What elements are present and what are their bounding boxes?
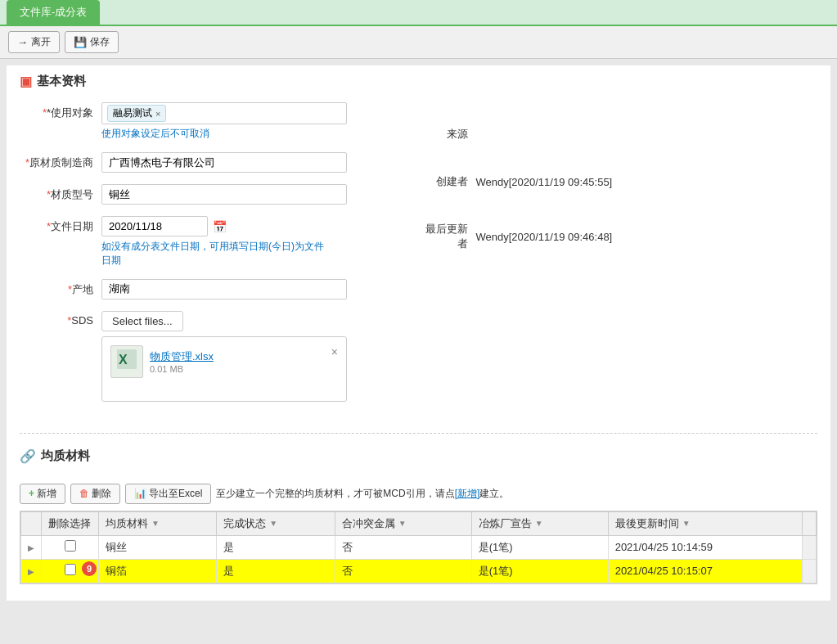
table-row: ▶ 9 铜箔 是 否 是(1笔) 2021/04/25 10:15:07 xyxy=(21,559,817,583)
select-files-button[interactable]: Select files... xyxy=(101,311,183,331)
td-conflict-1: 否 xyxy=(335,535,471,559)
td-checkbox-1 xyxy=(42,535,99,559)
file-info: 物质管理.xlsx 0.01 MB xyxy=(150,349,338,374)
manufacturer-row: *原材质制造商 xyxy=(20,152,419,173)
svg-text:X: X xyxy=(119,353,128,367)
delete-button[interactable]: 🗑 删除 xyxy=(70,484,120,504)
td-status-1: 是 xyxy=(217,535,335,559)
material-type-input[interactable] xyxy=(101,184,347,205)
td-time-1: 2021/04/25 10:14:59 xyxy=(608,535,802,559)
origin-input[interactable] xyxy=(101,279,347,299)
sds-upload-area: Select files... X xyxy=(101,311,347,402)
form-left: **使用对象 融易测试 × 使用对象设定后不可取消 xyxy=(20,102,419,413)
td-scroll-1 xyxy=(803,535,817,559)
tab-file-composition[interactable]: 文件库-成分表 xyxy=(7,0,100,25)
save-button[interactable]: 💾 保存 xyxy=(65,31,119,53)
usage-target-label: **使用对象 xyxy=(20,102,101,120)
th-material[interactable]: 均质材料 ▼ xyxy=(99,511,217,535)
file-name[interactable]: 物质管理.xlsx xyxy=(150,349,338,364)
save-icon: 💾 xyxy=(74,36,87,48)
source-row: 来源 xyxy=(419,127,818,142)
usage-target-tag: 融易测试 × xyxy=(107,105,166,122)
sort-material-icon[interactable]: ▼ xyxy=(151,519,160,528)
homogeneous-table: 删除选择 均质材料 ▼ 完成状态 ▼ xyxy=(20,511,817,583)
file-size: 0.01 MB xyxy=(150,364,338,374)
form-right: 来源 创建者 Wendy[2020/11/19 09:45:55] 最后更新者 … xyxy=(419,102,818,251)
sds-row: *SDS Select files... xyxy=(20,311,419,402)
table-row: ▶ 铜丝 是 否 是(1笔) 2021/04/25 10:14:59 xyxy=(21,535,817,559)
td-scroll-2 xyxy=(803,559,817,583)
table-wrap: 删除选择 均质材料 ▼ 完成状态 ▼ xyxy=(20,511,817,584)
file-date-hint: 如没有成分表文件日期，可用填写日期(今日)为文件日期 xyxy=(101,240,331,268)
table-toolbar: + 新增 🗑 删除 📊 导出至Excel 至少建立一个完整的均质材料，才可被MC… xyxy=(20,477,817,511)
td-time-2: 2021/04/25 10:15:07 xyxy=(608,559,802,583)
file-close-icon[interactable]: × xyxy=(331,345,338,358)
sort-status-icon[interactable]: ▼ xyxy=(269,519,277,528)
main-content: ▣ 基本资料 **使用对象 融易测试 × xyxy=(7,65,830,601)
td-conflict-2: 否 xyxy=(335,559,471,583)
sds-label: *SDS xyxy=(20,311,101,327)
usage-target-hint: 使用对象设定后不可取消 xyxy=(101,127,347,141)
export-label: 导出至Excel xyxy=(149,487,202,501)
homogeneous-section: 🔗 均质材料 + 新增 🗑 删除 📊 导出至Excel 至少建立一个完整的均质材… xyxy=(7,440,830,584)
td-smelter-2: 是(1笔) xyxy=(471,559,608,583)
basic-info-title: ▣ 基本资料 xyxy=(20,74,817,92)
creator-label: 创建者 xyxy=(419,174,468,189)
exit-button[interactable]: → 离开 xyxy=(8,31,60,53)
updater-row: 最后更新者 Wendy[2020/11/19 09:46:48] xyxy=(419,222,818,251)
td-status-2: 是 xyxy=(217,559,335,583)
file-icon-wrap: X xyxy=(110,345,143,378)
td-smelter-1: 是(1笔) xyxy=(471,535,608,559)
manufacturer-input[interactable] xyxy=(101,152,347,173)
td-material-1: 铜丝 xyxy=(99,535,217,559)
file-item: X 物质管理.xlsx 0.01 MB × xyxy=(110,345,338,378)
th-smelter[interactable]: 冶炼厂宣告 ▼ xyxy=(471,511,608,535)
section-footer xyxy=(7,584,830,601)
updater-value: Wendy[2020/11/19 09:46:48] xyxy=(476,231,613,243)
th-scrollbar xyxy=(803,511,817,535)
sort-smelter-icon[interactable]: ▼ xyxy=(535,519,543,528)
tag-close-icon[interactable]: × xyxy=(155,109,160,119)
section-divider xyxy=(20,433,817,434)
trash-icon: 🗑 xyxy=(79,488,89,499)
excel-icon: 📊 xyxy=(134,488,146,499)
td-material-2: 铜箔 xyxy=(99,559,217,583)
td-expand-2[interactable]: ▶ xyxy=(21,559,42,583)
tab-bar: 文件库-成分表 xyxy=(0,0,837,26)
save-label: 保存 xyxy=(90,35,110,49)
th-conflict[interactable]: 合冲突金属 ▼ xyxy=(335,511,471,535)
new-link[interactable]: [新增] xyxy=(455,488,480,499)
homogeneous-icon: 🔗 xyxy=(20,448,36,464)
add-button[interactable]: + 新增 xyxy=(20,484,65,504)
file-date-wrap: 📅 xyxy=(101,216,331,236)
sort-conflict-icon[interactable]: ▼ xyxy=(398,519,407,528)
export-button[interactable]: 📊 导出至Excel xyxy=(125,484,211,504)
expand-arrow-icon[interactable]: ▶ xyxy=(28,567,34,576)
expand-arrow-icon[interactable]: ▶ xyxy=(28,543,34,552)
badge-9: 9 xyxy=(82,561,97,576)
homogeneous-title: 🔗 均质材料 xyxy=(20,448,817,467)
table-hint: 至少建立一个完整的均质材料，才可被MCD引用，请点[新增]建立。 xyxy=(216,487,509,501)
basic-info-section: ▣ 基本资料 **使用对象 融易测试 × xyxy=(7,65,830,426)
file-date-row: *文件日期 📅 如没有成分表文件日期，可用填写日期(今日)为文件日期 xyxy=(20,216,419,268)
file-date-input[interactable] xyxy=(101,216,208,236)
row-checkbox-1[interactable] xyxy=(65,540,76,552)
td-expand-1[interactable]: ▶ xyxy=(21,535,42,559)
th-update-time[interactable]: 最後更新时间 ▼ xyxy=(608,511,802,535)
usage-target-row: **使用对象 融易测试 × 使用对象设定后不可取消 xyxy=(20,102,419,141)
calendar-icon[interactable]: 📅 xyxy=(213,220,227,233)
creator-row: 创建者 Wendy[2020/11/19 09:45:55] xyxy=(419,174,818,189)
row-checkbox-2[interactable] xyxy=(65,564,76,575)
usage-target-input[interactable]: 融易测试 × xyxy=(101,102,347,124)
plus-icon: + xyxy=(29,488,34,499)
th-checkbox: 删除选择 xyxy=(42,511,99,535)
td-checkbox-2: 9 xyxy=(42,559,99,583)
material-type-label: *材质型号 xyxy=(20,184,101,202)
source-label: 来源 xyxy=(419,127,468,142)
file-list-area: X 物质管理.xlsx 0.01 MB × xyxy=(101,336,347,402)
th-status[interactable]: 完成状态 ▼ xyxy=(217,511,335,535)
sort-time-icon[interactable]: ▼ xyxy=(682,519,691,528)
origin-row: *产地 xyxy=(20,279,419,299)
th-expand xyxy=(21,511,42,535)
add-label: 新增 xyxy=(37,487,56,501)
